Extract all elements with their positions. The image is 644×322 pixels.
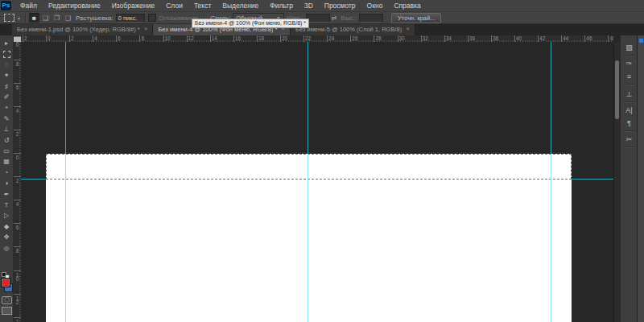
tab-title: Без имени-1.psd @ 100% (Хедер, RGB/8#) * <box>17 26 140 33</box>
menu-item-8[interactable]: Просмотр <box>319 0 361 11</box>
move-tool[interactable]: ▸ <box>0 39 13 48</box>
v-ruler-label: 6 <box>13 223 21 229</box>
rectangular-marquee-tool[interactable] <box>0 49 13 59</box>
path-selection-tool[interactable]: ▷ <box>0 211 13 221</box>
menu-item-2[interactable]: Изображение <box>106 0 161 11</box>
separator <box>25 14 26 23</box>
h-ruler-label: 28 <box>374 35 381 42</box>
tab-title: Без имени-5 @ 100% (Слой 1, RGB/8) <box>295 26 402 33</box>
eyedropper-tool[interactable]: ✐ <box>0 93 13 102</box>
screen-mode-button[interactable] <box>2 307 12 315</box>
height-label: Выс.: <box>341 14 357 22</box>
blur-tool[interactable]: ◔ <box>0 168 13 178</box>
scrollbar-thumb[interactable] <box>615 60 619 119</box>
menu-item-1[interactable]: Редактирование <box>43 0 106 11</box>
h-ruler-label: 36 <box>468 35 475 42</box>
vertical-guide <box>65 42 66 154</box>
v-ruler-label: 2 <box>13 176 21 182</box>
swap-dimensions-icon[interactable]: ⇄ <box>332 14 337 22</box>
h-ruler-label: 4 <box>93 35 97 42</box>
h-ruler-label: 48 <box>608 35 613 42</box>
subtract-from-selection-button[interactable]: ❐ <box>52 13 62 23</box>
menu-item-6[interactable]: Фильтр <box>264 0 299 11</box>
photoshop-logo-icon: Ps <box>1 1 11 10</box>
antialias-checkbox[interactable] <box>148 14 156 22</box>
menu-item-4[interactable]: Текст <box>188 0 217 11</box>
h-ruler-label: 34 <box>444 35 452 42</box>
menu-item-0[interactable]: Файл <box>14 0 43 11</box>
menu-item-9[interactable]: Окно <box>361 0 389 11</box>
document-tab-bar: Без имени-1.psd @ 100% (Хедер, RGB/8#) *… <box>0 23 644 35</box>
h-ruler-label: 20 <box>280 35 287 42</box>
document-tab-3[interactable]: Без имени-5 @ 100% (Слой 1, RGB/8)× <box>291 23 415 35</box>
selection-marching-ants <box>46 154 572 180</box>
divider <box>623 101 635 102</box>
hand-tool[interactable]: ✥ <box>0 233 13 242</box>
feather-label: Растушевка: <box>76 14 114 22</box>
healing-brush-tool[interactable]: + <box>0 103 13 113</box>
menu-item-7[interactable]: 3D <box>299 0 319 11</box>
h-ruler-label: 2 <box>69 35 74 42</box>
horizontal-guide <box>21 179 46 180</box>
tool-preset-caret-icon[interactable]: ▾ <box>18 15 20 21</box>
shape-tool[interactable]: ◆ <box>0 222 13 232</box>
height-input[interactable] <box>359 14 383 23</box>
panel-icon-clone-source[interactable]: ⊥ <box>621 89 638 100</box>
vertical-guide <box>65 154 66 322</box>
crop-tool[interactable]: ♯ <box>0 82 13 92</box>
intersect-selection-button[interactable]: ❑ <box>63 13 73 23</box>
dodge-tool[interactable]: ◑ <box>0 179 13 188</box>
h-ruler-label: 46 <box>584 35 592 42</box>
gradient-tool[interactable]: ▦ <box>0 157 13 167</box>
h-ruler-label: 44 <box>561 35 568 42</box>
h-ruler-label: 0 <box>46 35 51 42</box>
pen-tool[interactable]: ✒ <box>0 190 13 200</box>
panel-icon-character[interactable]: A| <box>621 105 638 116</box>
width-input[interactable] <box>306 14 330 23</box>
lasso-tool[interactable]: ◌ <box>0 60 13 70</box>
vertical-guide <box>551 154 551 322</box>
panel-icon-brush-panel[interactable]: ≡ <box>621 71 638 82</box>
h-ruler-label: 18 <box>257 35 264 42</box>
collapsed-panel-strip: » ▧✑≡⊥A|¶✂ <box>620 23 638 322</box>
panel-icon-paragraph[interactable]: ¶ <box>621 118 638 129</box>
marquee-tool-preset-icon[interactable] <box>4 14 14 22</box>
panel-icon-brush-presets[interactable]: ✑ <box>621 58 638 69</box>
foreground-color-swatch[interactable] <box>1 278 10 287</box>
h-ruler-label: 26 <box>350 35 357 42</box>
v-ruler-label: 8 <box>13 60 21 65</box>
menu-item-10[interactable]: Справка <box>388 0 426 11</box>
history-brush-tool[interactable]: ↺ <box>0 136 13 146</box>
v-ruler-label: 6 <box>13 83 21 89</box>
quick-mask-button[interactable]: ◯ <box>2 296 12 304</box>
panel-edge-icon <box>639 39 643 43</box>
panel-icon-history[interactable]: ▧ <box>621 42 638 53</box>
menu-item-5[interactable]: Выделение <box>217 0 264 11</box>
panel-icon-tool-panel[interactable]: ✂ <box>621 134 638 145</box>
h-ruler-label: 12 <box>187 35 194 42</box>
eraser-tool[interactable]: ▭ <box>0 147 13 156</box>
h-ruler-label: 6 <box>116 35 121 42</box>
v-ruler-label: 0 <box>13 153 21 159</box>
v-ruler-label: 4 <box>13 106 21 112</box>
refine-edge-button[interactable]: Уточн. край... <box>391 13 441 23</box>
document-tab-1[interactable]: Без имени-1.psd @ 100% (Хедер, RGB/8#) *… <box>12 23 153 35</box>
tab-close-icon[interactable]: × <box>144 26 148 32</box>
h-ruler-label: 8 <box>139 35 144 42</box>
new-selection-button[interactable]: ■ <box>29 13 39 23</box>
zoom-tool[interactable]: ◎ <box>0 244 13 254</box>
canvas-area[interactable] <box>21 42 613 322</box>
brush-tool[interactable]: ✎ <box>0 114 13 124</box>
h-ruler-label: 40 <box>514 35 522 42</box>
clone-stamp-tool[interactable]: ⊥ <box>0 125 13 134</box>
divider <box>623 55 635 56</box>
menu-item-3[interactable]: Слои <box>160 0 188 11</box>
menu-bar: Ps ФайлРедактированиеИзображениеСлоиТекс… <box>0 0 644 12</box>
add-to-selection-button[interactable]: ❏ <box>40 13 51 23</box>
feather-input[interactable]: 0 пикс. <box>116 14 145 23</box>
quick-selection-tool[interactable]: ✦ <box>0 71 13 80</box>
type-tool[interactable]: T <box>0 200 13 210</box>
tab-close-icon[interactable]: × <box>406 26 410 32</box>
selection-mode-buttons: ■❏❐❑ <box>29 13 73 23</box>
h-ruler-label: 22 <box>303 35 311 42</box>
